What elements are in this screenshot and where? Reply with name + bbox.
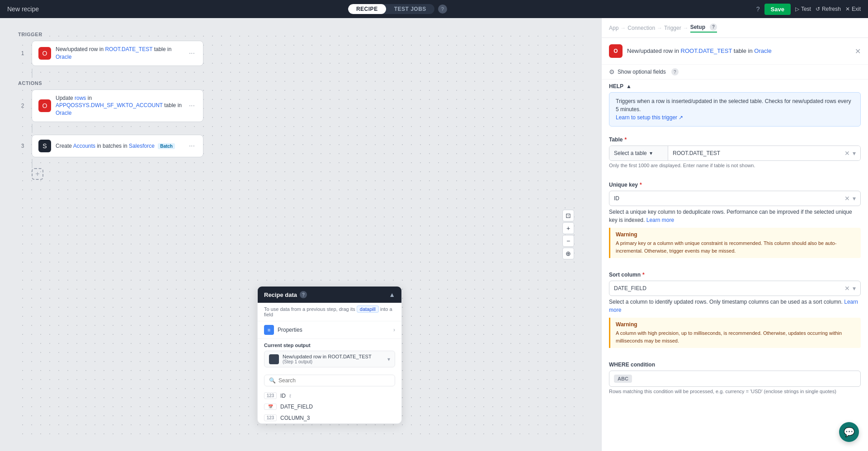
- right-panel-header: O New/updated row in ROOT.DATE_TEST tabl…: [602, 38, 868, 65]
- unique-key-warning-box: Warning A primary key or a column with u…: [609, 228, 861, 258]
- unique-key-learn-more-link[interactable]: Learn more: [646, 217, 674, 223]
- field-id[interactable]: 123 ID ℓ: [258, 390, 401, 401]
- zoom-reset-button[interactable]: ⊕: [562, 248, 574, 259]
- test-button[interactable]: ▷ Test: [795, 6, 811, 12]
- recipe-panel-help-icon[interactable]: ?: [300, 291, 307, 298]
- unique-key-clear-button[interactable]: ✕: [844, 195, 850, 202]
- where-condition-input-row[interactable]: ABC: [609, 371, 861, 387]
- nav-arrow-3: →: [683, 25, 689, 31]
- trigger-card[interactable]: O New/updated row in ROOT.DATE_TEST tabl…: [32, 41, 203, 66]
- refresh-icon: ↺: [816, 6, 820, 12]
- sort-column-input[interactable]: [614, 285, 842, 291]
- setup-help-icon[interactable]: ?: [710, 23, 717, 31]
- field-type-id: 123: [264, 392, 277, 399]
- exit-button[interactable]: ✕ Exit: [845, 6, 861, 12]
- unique-key-input[interactable]: [614, 195, 842, 202]
- flow-step-2: 2 O Update rows in APPQOSSYS.DWH_SF_WKTO…: [18, 89, 583, 122]
- current-step-section: Current step output New/updated row in R…: [258, 339, 401, 371]
- sort-column-clear-button[interactable]: ✕: [844, 285, 850, 292]
- trigger-card-text: New/updated row in ROOT.DATE_TEST table …: [56, 46, 183, 61]
- dropdown-chevron-icon: ▾: [650, 150, 652, 156]
- zoom-controls: ⊡ + − ⊕: [562, 210, 574, 259]
- right-panel-title: New/updated row in ROOT.DATE_TEST table …: [627, 47, 772, 55]
- action-card-2[interactable]: O Update rows in APPQOSSYS.DWH_SF_WKTO_A…: [32, 89, 203, 122]
- where-condition-input[interactable]: [638, 376, 856, 382]
- nav-step-connection[interactable]: Connection: [627, 25, 655, 31]
- field-type-col3: 123: [264, 414, 277, 421]
- nav-arrow-2: →: [657, 25, 662, 31]
- add-step-button[interactable]: +: [32, 168, 43, 180]
- tab-recipe[interactable]: RECIPE: [348, 4, 386, 14]
- refresh-button[interactable]: ↺ Refresh: [816, 6, 841, 12]
- optional-fields-help-icon[interactable]: ?: [671, 68, 679, 75]
- search-icon: 🔍: [269, 377, 276, 384]
- table-value-input[interactable]: [673, 150, 842, 156]
- action-2-more-button[interactable]: ···: [187, 102, 197, 110]
- datapill-label: datapill: [357, 305, 379, 313]
- nav-arrow-1: →: [620, 25, 626, 31]
- help-section: HELP ▲ Triggers when a row is inserted/u…: [602, 80, 868, 130]
- topbar-actions: ? Save ▷ Test ↺ Refresh ✕ Exit: [756, 4, 861, 15]
- zoom-fit-button[interactable]: ⊡: [562, 210, 574, 221]
- trigger-more-button[interactable]: ···: [187, 49, 197, 57]
- unique-key-expand-button[interactable]: ▾: [853, 195, 856, 202]
- step-output-text: New/updated row in ROOT.DATE_TEST: [283, 354, 372, 359]
- field-search-box[interactable]: 🔍: [264, 375, 395, 386]
- action-card-3-text: Create Accounts in batches in Salesforce…: [56, 142, 183, 150]
- current-step-title: Current step output: [264, 343, 395, 348]
- recipe-panel-description: To use data from a previous step, drag i…: [258, 303, 401, 321]
- sort-column-form-group: Sort column * ✕ ▾ Select a column to ide…: [609, 265, 861, 348]
- step-output-chevron-icon: ▾: [387, 356, 390, 362]
- optional-fields-toggle[interactable]: ⚙ Show optional fields ?: [602, 65, 868, 80]
- chat-button[interactable]: 💬: [839, 422, 859, 442]
- field-column3[interactable]: 123 COLUMN_3: [258, 412, 401, 423]
- chevron-up-icon[interactable]: ▲: [626, 83, 632, 89]
- connector-1: [32, 69, 33, 78]
- right-panel-close-button[interactable]: ✕: [855, 47, 861, 56]
- sort-column-expand-button[interactable]: ▾: [853, 285, 856, 292]
- zoom-out-button[interactable]: −: [562, 235, 574, 247]
- action-3-more-button[interactable]: ···: [187, 142, 197, 150]
- save-button[interactable]: Save: [764, 4, 791, 15]
- step-number-1: 1: [18, 50, 27, 56]
- connector-2: [32, 124, 33, 133]
- table-clear-button[interactable]: ✕: [844, 150, 850, 157]
- sort-column-warning-box: Warning A column with high precision, up…: [609, 318, 861, 348]
- recipe-panel-collapse-button[interactable]: ▲: [389, 291, 395, 298]
- table-input-row: Select a table ▾ ✕ ▾: [609, 146, 861, 161]
- properties-chevron-icon: ›: [393, 327, 395, 333]
- field-list: 123 ID ℓ 📅 DATE_FIELD 123 COLUMN_3: [258, 390, 401, 423]
- field-date[interactable]: 📅 DATE_FIELD: [258, 401, 401, 412]
- action-card-3[interactable]: S Create Accounts in batches in Salesfor…: [32, 135, 203, 157]
- recipe-panel-title: Recipe data ?: [264, 291, 307, 298]
- table-select-dropdown[interactable]: Select a table ▾: [609, 146, 668, 160]
- unique-key-input-row[interactable]: ✕ ▾: [609, 191, 861, 206]
- unique-key-hint: Select a unique key column to deduplicat…: [609, 208, 861, 224]
- table-form-group: Table * Select a table ▾ ✕ ▾ Only the fi…: [609, 130, 861, 168]
- tab-help-icon[interactable]: ?: [438, 5, 447, 14]
- help-learn-link[interactable]: Learn to setup this trigger ↗: [616, 114, 683, 121]
- zoom-in-button[interactable]: +: [562, 222, 574, 234]
- recipe-title: New recipe: [7, 5, 39, 13]
- oracle-icon-2: O: [38, 99, 51, 112]
- canvas-background: TRIGGER 1 O New/updated row in ROOT.DATE…: [18, 32, 583, 437]
- table-label: Table *: [609, 136, 861, 143]
- unique-key-form-group: Unique key * ✕ ▾ Select a unique key col…: [609, 175, 861, 258]
- properties-row[interactable]: ≡ Properties ›: [258, 321, 401, 339]
- nav-step-app[interactable]: App: [609, 25, 618, 31]
- sort-column-input-row[interactable]: ✕ ▾: [609, 281, 861, 296]
- form-section: Table * Select a table ▾ ✕ ▾ Only the fi…: [602, 130, 868, 451]
- table-required: *: [624, 136, 627, 143]
- step-number-2: 2: [18, 103, 27, 109]
- question-icon[interactable]: ?: [756, 5, 760, 13]
- field-name-date: DATE_FIELD: [280, 404, 313, 410]
- unique-key-warning-title: Warning: [616, 231, 855, 238]
- field-search-input[interactable]: [278, 377, 390, 384]
- unique-key-required: *: [640, 182, 642, 188]
- table-expand-button[interactable]: ▾: [853, 150, 856, 157]
- nav-step-setup[interactable]: Setup ?: [690, 23, 717, 33]
- table-text-field[interactable]: ✕ ▾: [668, 146, 860, 160]
- tab-test-jobs[interactable]: TEST JOBS: [386, 4, 434, 14]
- nav-step-trigger[interactable]: Trigger: [664, 25, 681, 31]
- app-icon: O: [609, 44, 623, 58]
